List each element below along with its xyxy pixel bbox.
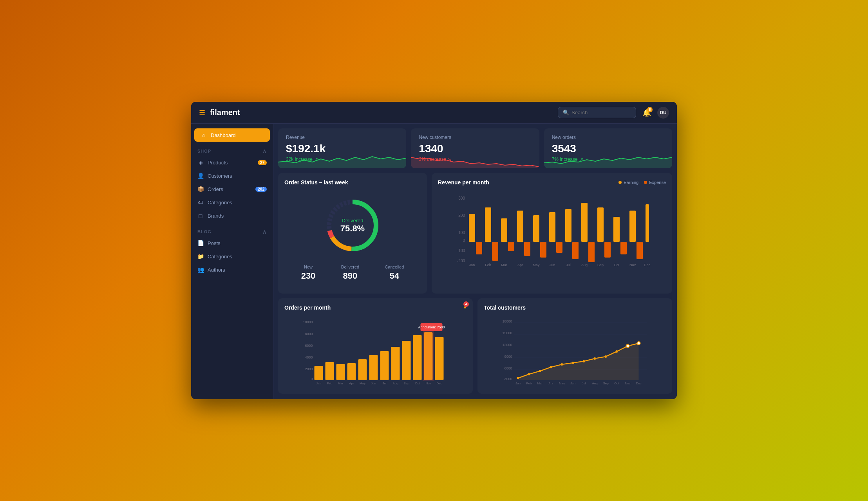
sidebar-item-products[interactable]: ◈ Products 27: [191, 156, 273, 169]
sidebar-item-orders[interactable]: 📦 Orders 202: [191, 182, 273, 196]
svg-rect-56: [347, 363, 356, 380]
blog-section-label: BLOG ∧: [191, 222, 273, 236]
svg-text:Dec: Dec: [636, 382, 641, 385]
shop-chevron[interactable]: ∧: [262, 148, 267, 154]
svg-text:May: May: [559, 382, 565, 385]
svg-rect-33: [637, 242, 643, 259]
svg-text:200: 200: [458, 213, 465, 218]
svg-text:-200: -200: [457, 259, 465, 263]
blog-chevron[interactable]: ∧: [262, 229, 267, 235]
svg-rect-16: [501, 218, 507, 242]
chart-legend: Earning Expense: [618, 180, 666, 185]
svg-text:Jun: Jun: [550, 263, 555, 267]
revenue-card: Revenue $192.1k 32k increase ↗: [278, 128, 406, 168]
posts-icon: 📄: [197, 240, 204, 246]
svg-text:Feb: Feb: [485, 263, 491, 267]
sidebar-item-authors[interactable]: 👥 Authors: [191, 263, 273, 276]
svg-rect-26: [581, 203, 588, 242]
svg-rect-55: [336, 364, 345, 380]
bar-expense-jan: [476, 242, 482, 254]
search-bar[interactable]: 🔍: [558, 107, 636, 118]
brands-icon: ◻: [197, 213, 204, 219]
sidebar-item-blog-categories[interactable]: 📁 Categories: [191, 250, 273, 263]
app-logo: filament: [210, 108, 558, 117]
sidebar-item-posts[interactable]: 📄 Posts: [191, 236, 273, 250]
svg-text:Apr: Apr: [517, 263, 523, 267]
avatar[interactable]: DU: [657, 107, 669, 119]
svg-text:18000: 18000: [502, 319, 512, 323]
products-badge: 27: [258, 160, 267, 165]
revenue-bar-chart: 300 200 100 0 -100 -200: [438, 189, 666, 267]
revenue-value: $192.1k: [286, 142, 398, 155]
orders-bar-chart: 10000 8000 6000 4000 2000 0: [284, 315, 467, 386]
main-content: Revenue $192.1k 32k increase ↗: [273, 124, 677, 399]
top-bar: ☰ filament 🔍 🔔 5 DU: [191, 102, 677, 124]
svg-rect-62: [413, 335, 422, 380]
svg-rect-19: [524, 242, 530, 256]
total-customers-card: Total customers 18000 15000 12000 9000 6…: [477, 298, 672, 394]
bar-earning-jan: [469, 214, 475, 242]
orders-icon: 📦: [197, 186, 204, 192]
delivered-stat: Delivered 890: [341, 265, 359, 281]
svg-text:15000: 15000: [502, 331, 512, 335]
svg-text:10000: 10000: [303, 320, 313, 324]
svg-text:Nov: Nov: [625, 382, 630, 385]
svg-rect-32: [629, 211, 636, 242]
svg-text:Jan: Jan: [515, 382, 521, 385]
new-customers-value: 1340: [419, 142, 531, 155]
expense-legend: Expense: [644, 180, 666, 185]
svg-text:0: 0: [463, 238, 465, 243]
notification-button[interactable]: 🔔 5: [642, 108, 651, 117]
svg-text:Oct: Oct: [614, 263, 620, 267]
donut-label: Delivered 75.8%: [340, 218, 365, 234]
expense-dot: [644, 181, 647, 184]
sidebar: ⌂ Dashboard SHOP ∧ ◈ Products 27 👤 Custo…: [191, 124, 273, 399]
svg-text:Jul: Jul: [382, 382, 386, 385]
authors-icon: 👥: [197, 267, 204, 273]
svg-text:-100: -100: [457, 249, 465, 253]
svg-text:Jun: Jun: [371, 382, 376, 385]
sidebar-item-dashboard[interactable]: ⌂ Dashboard: [194, 128, 270, 142]
order-stats: New 230 Delivered 890 Cancelled 54: [284, 265, 421, 281]
sidebar-item-customers[interactable]: 👤 Customers: [191, 169, 273, 182]
search-icon: 🔍: [563, 110, 569, 115]
new-stat: New 230: [301, 265, 316, 281]
svg-text:Jun: Jun: [570, 382, 575, 385]
sidebar-item-brands[interactable]: ◻ Brands: [191, 209, 273, 222]
svg-rect-17: [508, 242, 514, 251]
sidebar-item-categories[interactable]: 🏷 Categories: [191, 196, 273, 209]
app-window: ☰ filament 🔍 🔔 5 DU ⌂ Dashboard SHOP ∧: [191, 102, 677, 399]
orders-per-month-card: Orders per month ▾ 4 10000 8000 6000 400…: [278, 298, 473, 394]
svg-rect-31: [620, 242, 627, 254]
svg-rect-28: [597, 207, 604, 242]
svg-rect-18: [517, 211, 523, 242]
svg-text:Mar: Mar: [338, 382, 344, 385]
revenue-chart-title: Revenue per month: [438, 179, 489, 186]
svg-rect-54: [326, 362, 334, 380]
menu-icon[interactable]: ☰: [199, 108, 205, 117]
svg-text:3000: 3000: [504, 377, 512, 381]
svg-text:Feb: Feb: [327, 382, 333, 385]
svg-text:Nov: Nov: [629, 263, 636, 267]
middle-charts-row: Order Status – last week: [278, 173, 672, 294]
svg-text:Jul: Jul: [566, 263, 571, 267]
svg-rect-67: [435, 337, 444, 380]
svg-text:Aug: Aug: [392, 382, 398, 385]
svg-text:Nov: Nov: [425, 382, 431, 385]
svg-point-100: [594, 357, 596, 360]
svg-point-102: [616, 350, 618, 353]
svg-text:Jul: Jul: [582, 382, 586, 385]
donut-section: Delivered 75.8% New 230 Delivered: [284, 190, 421, 287]
filter-button[interactable]: ▾ 4: [464, 304, 467, 311]
search-input[interactable]: [571, 110, 631, 115]
svg-text:0: 0: [311, 377, 313, 381]
top-right-controls: 🔔 5 DU: [642, 107, 669, 119]
svg-rect-60: [391, 347, 400, 380]
svg-rect-58: [369, 355, 378, 380]
svg-rect-34: [646, 204, 649, 242]
main-layout: ⌂ Dashboard SHOP ∧ ◈ Products 27 👤 Custo…: [191, 124, 677, 399]
svg-point-101: [605, 355, 607, 358]
blog-categories-icon: 📁: [197, 253, 204, 260]
stats-row: Revenue $192.1k 32k increase ↗: [278, 128, 672, 168]
svg-rect-29: [604, 242, 611, 258]
